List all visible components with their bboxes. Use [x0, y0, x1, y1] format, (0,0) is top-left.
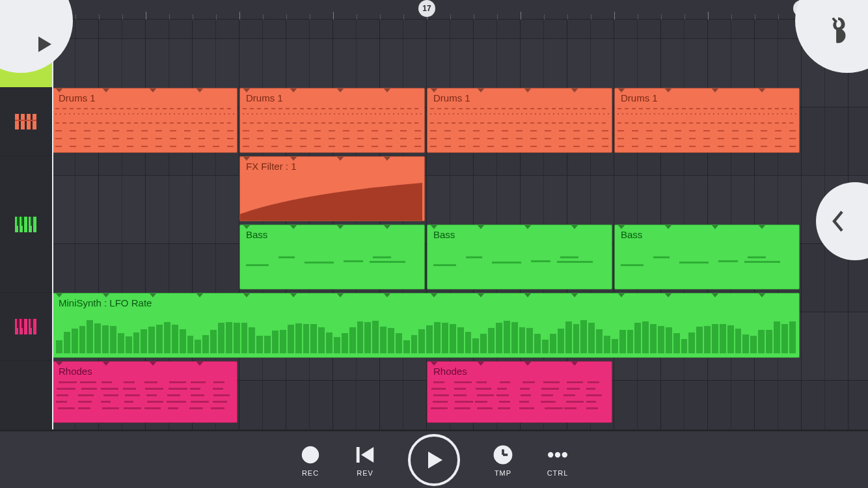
- rewind-label: REV: [357, 469, 373, 477]
- ctrl-label: CTRL: [547, 469, 569, 477]
- clip-label: Drums 1: [59, 92, 96, 103]
- svg-rect-8: [15, 120, 36, 121]
- svg-rect-23: [21, 319, 23, 328]
- clip-lfo[interactable]: MiniSynth : LFO Rate: [52, 293, 800, 358]
- clip-bass[interactable]: Bass: [427, 224, 612, 290]
- clip-label: Bass: [433, 229, 455, 240]
- svg-rect-16: [31, 217, 33, 226]
- svg-rect-4: [15, 114, 19, 129]
- svg-rect-34: [357, 447, 360, 463]
- clip-rhodes[interactable]: Rhodes: [427, 361, 612, 423]
- more-icon: [546, 443, 569, 467]
- svg-point-40: [562, 452, 567, 457]
- clip-label: Bass: [246, 229, 267, 240]
- play-icon: [423, 449, 445, 471]
- svg-rect-24: [31, 319, 33, 328]
- svg-rect-15: [21, 217, 23, 226]
- clip-bass[interactable]: Bass: [614, 224, 800, 290]
- play-button[interactable]: [408, 434, 460, 486]
- track-type-sidebar: [0, 20, 52, 429]
- tempo-label: TMP: [495, 469, 511, 477]
- clip-label: Rhodes: [59, 366, 92, 377]
- play-icon: [34, 34, 54, 54]
- chevron-left-icon: [830, 208, 847, 235]
- svg-rect-7: [33, 114, 36, 129]
- sidebar-stepseq-button[interactable]: [0, 88, 52, 156]
- svg-point-33: [302, 446, 319, 463]
- clip-label: Bass: [621, 229, 642, 240]
- record-icon: [299, 443, 322, 467]
- svg-point-39: [555, 452, 560, 457]
- record-button[interactable]: REC: [299, 443, 322, 477]
- clip-drums[interactable]: Drums 1: [614, 88, 800, 153]
- sidebar-piano-pink-button[interactable]: [0, 293, 52, 361]
- clip-label: Drums 1: [621, 92, 658, 103]
- clip-label: Drums 1: [433, 92, 470, 103]
- tempo-button[interactable]: TMP: [491, 443, 515, 477]
- rewind-icon: [353, 443, 377, 467]
- record-label: REC: [302, 469, 319, 477]
- svg-rect-13: [33, 217, 36, 232]
- svg-rect-21: [33, 319, 36, 334]
- playhead[interactable]: [52, 20, 53, 429]
- svg-rect-14: [17, 217, 19, 226]
- svg-rect-11: [24, 217, 27, 232]
- clip-drums[interactable]: Drums 1: [52, 88, 237, 153]
- clip-rhodes[interactable]: Rhodes: [52, 361, 237, 423]
- rewind-button[interactable]: REV: [353, 443, 377, 477]
- clip-drums[interactable]: Drums 1: [427, 88, 612, 153]
- clip-label: Drums 1: [246, 92, 283, 103]
- svg-rect-19: [24, 319, 27, 334]
- sidebar-piano-green-button[interactable]: [0, 156, 52, 293]
- clip-label: Rhodes: [433, 366, 467, 377]
- svg-rect-5: [21, 114, 25, 129]
- ctrl-button[interactable]: CTRL: [546, 443, 569, 477]
- svg-point-38: [548, 452, 553, 457]
- clip-label: FX Filter : 1: [246, 161, 297, 172]
- clip-bass[interactable]: Bass: [239, 224, 425, 290]
- fl-logo-icon: [823, 15, 853, 45]
- clip-label: MiniSynth : LFO Rate: [59, 297, 152, 308]
- clip-fxfilter[interactable]: FX Filter : 1: [239, 156, 425, 221]
- clip-drums[interactable]: Drums 1: [239, 88, 425, 153]
- clock-icon: [491, 443, 515, 467]
- svg-rect-6: [27, 114, 31, 129]
- transport-bar: REC REV TMP CTRL: [0, 429, 868, 488]
- svg-rect-22: [17, 319, 19, 328]
- track-lane[interactable]: [52, 0, 868, 39]
